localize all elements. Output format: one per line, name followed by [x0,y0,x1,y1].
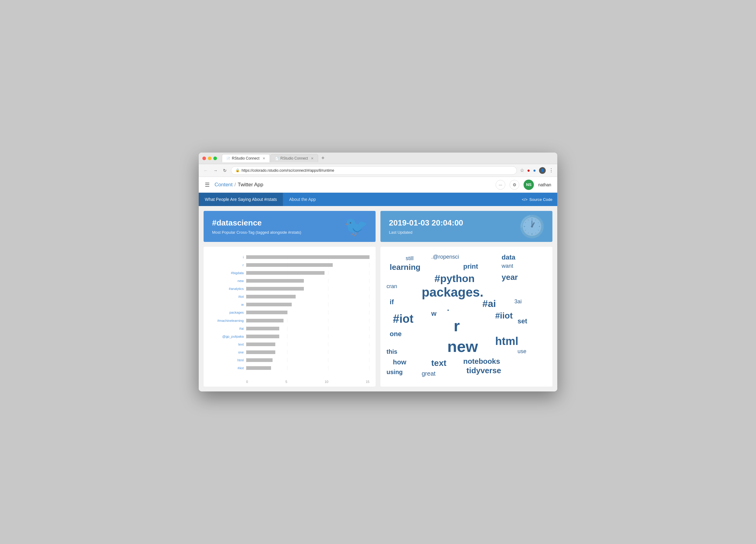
word-cloud-word: new [447,339,478,354]
bookmark-icon[interactable]: ☆ [520,167,524,173]
title-bar: 📄 RStudio Connect ✕ 📄 RStudio Connect ✕ … [199,153,557,164]
bar-fill [246,279,304,283]
traffic-lights [202,157,217,160]
bar-fill [246,311,287,314]
bar-row: w [210,301,369,308]
inactive-tab[interactable]: 📄 RStudio Connect ✕ [270,154,318,162]
bar-fill [246,327,279,330]
bar-row: packages [210,308,369,316]
breadcrumb-parent[interactable]: Content [215,182,233,188]
word-cloud-word: text [431,359,446,367]
word-cloud-word: r [454,318,460,334]
minimize-button[interactable] [208,157,211,160]
breadcrumb-current: Twitter App [238,182,263,188]
username-label: nathan [538,182,551,187]
tab-about[interactable]: About the App [283,193,322,206]
gear-icon: ⚙ [513,182,517,187]
settings-button[interactable]: ⚙ [510,180,519,190]
bar-row: r [210,261,369,269]
source-code-icon: </> [522,197,527,202]
bar-label: text [210,343,246,346]
stats-row: #datascience Most Popular Cross-Tag (tag… [204,211,552,242]
user-avatar[interactable]: NS [524,180,534,190]
word-cloud-word: html [495,336,518,347]
menu-icon[interactable]: ⋮ [549,167,554,173]
bar-fill [246,295,296,298]
bar-row: text [210,340,369,348]
header-actions: ··· ⚙ NS nathan [496,180,551,190]
bar-fill [246,335,279,338]
word-cloud-word: #iiot [495,312,513,320]
tab-rstats-label: What People Are Saying About #rstats [205,197,277,202]
url-bar[interactable]: 🔒 https://colorado.rstudio.com/rsc/conne… [231,166,517,175]
bar-row: #ai [210,325,369,332]
word-cloud-word: .@ropensci [431,254,459,260]
tab-rstats[interactable]: What People Are Saying About #rstats [199,193,283,206]
source-code-label: Source Code [529,197,552,202]
x-axis-label: 0 [246,380,248,384]
tab-about-label: About the App [289,197,316,202]
x-axis-label: 15 [366,380,369,384]
bar-row: i [210,253,369,261]
source-code-button[interactable]: </> Source Code [522,197,552,202]
word-cloud-word: #python [435,273,475,284]
date-card: 2019-01-03 20:04:00 Last Updated 🕐 [380,211,552,242]
bar-label: one [210,350,246,354]
back-button[interactable]: ← [202,167,209,174]
word-cloud-word: using [387,369,403,375]
main-content: #datascience Most Popular Cross-Tag (tag… [199,206,557,391]
tab-bar: 📄 RStudio Connect ✕ 📄 RStudio Connect ✕ … [222,154,554,162]
active-tab-label: RStudio Connect [232,156,259,160]
charts-row: i r #bigdata [204,247,552,387]
hamburger-menu[interactable]: ☰ [205,181,210,188]
x-axis-label: 10 [325,380,328,384]
word-cloud: still.@ropenscidatalearningprintwant#pyt… [387,252,546,379]
more-options-button[interactable]: ··· [496,180,505,190]
bar-fill [246,350,275,354]
bar-label: #iot [210,295,246,298]
tab-close-button[interactable]: ✕ [263,157,265,160]
word-cloud-word: if [390,299,394,305]
bar-fill [246,271,325,275]
word-cloud-word: 3ai [514,299,522,304]
bar-fill [246,358,273,362]
word-cloud-word: learning [390,263,421,271]
bar-label: #iiot [210,366,246,370]
bar-label: #analytics [210,287,246,291]
bar-fill [246,287,304,291]
x-axis-label: 5 [285,380,287,384]
word-cloud-word: one [390,331,402,337]
word-cloud-word: still [406,256,414,261]
bar-fill [246,263,333,267]
bar-row: @gp_pulipaka [210,332,369,340]
bar-label: w [210,303,246,306]
active-tab[interactable]: 📄 RStudio Connect ✕ [222,154,270,162]
new-tab-button[interactable]: + [319,155,327,161]
bar-fill [246,366,271,370]
user-initials: NS [526,182,531,187]
tab2-close-button[interactable]: ✕ [311,157,314,160]
app-header: ☰ Content / Twitter App ··· ⚙ NS nathan [199,177,557,193]
word-cloud-word: w [431,310,436,317]
bar-label: new [210,279,246,283]
bar-row: html [210,356,369,364]
bar-label: packages [210,311,246,314]
hashtag-card: #datascience Most Popular Cross-Tag (tag… [204,211,376,242]
bar-chart-card: i r #bigdata [204,247,376,387]
address-bar: ← → ↻ 🔒 https://colorado.rstudio.com/rsc… [199,164,557,177]
profile-icon[interactable]: 👤 [539,167,546,174]
extension2-icon[interactable]: ● [533,168,536,173]
word-cloud-word: data [502,254,515,261]
bar-fill [246,319,283,322]
word-cloud-word: use [517,349,526,354]
word-cloud-word: set [517,318,527,325]
maximize-button[interactable] [213,157,217,160]
refresh-button[interactable]: ↻ [222,167,228,174]
extension1-icon[interactable]: ● [527,168,530,173]
browser-toolbar: ☆ ● ● 👤 ⋮ [520,167,554,174]
forward-button[interactable]: → [212,167,219,174]
tab-page-icon: 📄 [226,157,230,160]
inactive-tab-label: RStudio Connect [280,156,308,160]
nav-tabs: What People Are Saying About #rstats Abo… [199,193,557,206]
close-button[interactable] [202,157,206,160]
